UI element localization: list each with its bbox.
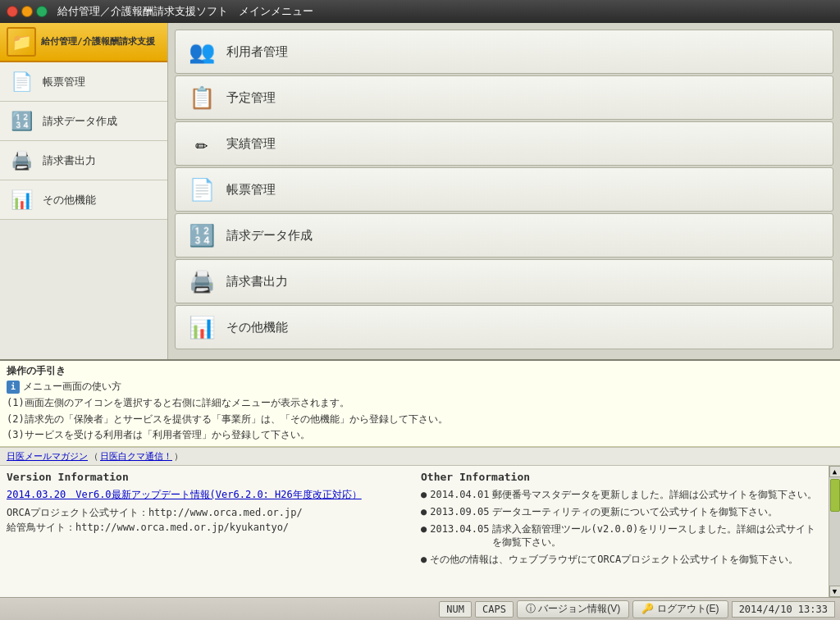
- other-info: Other Information ● 2014.04.01 郵便番号マスタデー…: [421, 471, 822, 592]
- bottom-panel: 操作の手引き i メニュー画面の使い方 (1)画面左側のアイコンを選択すると右側…: [0, 359, 840, 620]
- actual-icon: ✏️: [185, 127, 218, 160]
- status-time: 2014/4/10 13:33: [732, 601, 835, 618]
- main-content: 👥 利用者管理 📋 予定管理 ✏️ 実績管理 📄 帳票管理 🔢 請求: [168, 23, 840, 359]
- version-info: Version Information 2014.03.20 Ver6.0最新ア…: [7, 471, 408, 592]
- logout-button[interactable]: 🔑 ログアウト(E): [632, 600, 728, 618]
- scroll-down-arrow[interactable]: ▼: [829, 586, 841, 597]
- other-info-title: Other Information: [421, 471, 822, 483]
- sidebar-label-ledger: 帳票管理: [43, 75, 85, 89]
- scroll-thumb[interactable]: [830, 479, 840, 512]
- help-line-1: (1)画面左側のアイコンを選択すると右側に詳細なメニューが表示されます。: [7, 395, 833, 411]
- status-bar: NUM CAPS ⓘ バージョン情報(V) 🔑 ログアウト(E) 2014/4/…: [0, 597, 840, 620]
- sidebar: 📁 給付管理/介護報酬請求支援 📄 帳票管理 🔢 請求データ作成 🖨️ 請求書出…: [0, 23, 168, 359]
- sidebar-label-billing-data: 請求データ作成: [43, 114, 117, 129]
- sidebar-header: 📁 給付管理/介護報酬請求支援: [0, 23, 167, 62]
- sidebar-header-icon: 📁: [7, 27, 36, 57]
- billing-output-icon: 🖨️: [7, 146, 36, 176]
- version-info-title: Version Information: [7, 471, 408, 483]
- sidebar-header-text: 給付管理/介護報酬請求支援: [41, 36, 155, 48]
- news-bar: 日医メールマガジン （ 日医白クマ通信！ ）: [0, 447, 840, 466]
- num-indicator: NUM: [439, 601, 472, 618]
- help-line-2: (2)請求先の「保険者」とサービスを提供する「事業所」は、「その他機能」から登録…: [7, 412, 833, 427]
- info-icon: i: [7, 381, 20, 394]
- schedule-icon: 📋: [185, 81, 218, 114]
- user-mgmt-icon: 👥: [185, 35, 218, 68]
- sidebar-item-billing-output[interactable]: 🖨️ 請求書出力: [0, 141, 167, 180]
- version-kyukantyo-site: 給管鳥サイト：http://www.orca.med.or.jp/kyukant…: [7, 520, 408, 535]
- menu-label-actual: 実績管理: [226, 136, 276, 152]
- bullet-0: ●: [421, 488, 427, 502]
- menu-label-other: その他機能: [226, 320, 288, 335]
- close-button[interactable]: [7, 6, 18, 17]
- menu-label-billing-data: 請求データ作成: [226, 228, 313, 244]
- menu-label-schedule: 予定管理: [226, 90, 276, 106]
- maximize-button[interactable]: [36, 6, 48, 17]
- minimize-button[interactable]: [21, 6, 33, 17]
- main-other-icon: 📊: [185, 311, 218, 344]
- info-section: Version Information 2014.03.20 Ver6.0最新ア…: [0, 466, 829, 597]
- menu-item-ledger[interactable]: 📄 帳票管理: [175, 167, 833, 212]
- menu-label-ledger: 帳票管理: [226, 182, 276, 198]
- menu-item-other[interactable]: 📊 その他機能: [175, 305, 833, 349]
- menu-grid: 👥 利用者管理 📋 予定管理 ✏️ 実績管理 📄 帳票管理 🔢 請求: [168, 23, 840, 359]
- menu-item-billing-data[interactable]: 🔢 請求データ作成: [175, 213, 833, 258]
- menu-label-user-mgmt: 利用者管理: [226, 44, 288, 60]
- news-link-1[interactable]: 日医メールマガジン: [7, 450, 88, 463]
- main-billing-data-icon: 🔢: [185, 219, 218, 252]
- bullet-date-1: 2013.09.05: [430, 505, 489, 519]
- billing-data-icon: 🔢: [7, 107, 36, 136]
- other-icon: 📊: [7, 185, 36, 215]
- bullet-text-1: データユーティリティの更新について公式サイトを御覧下さい。: [492, 505, 822, 519]
- help-title: 操作の手引き: [7, 364, 833, 378]
- bullet-1: ●: [421, 505, 427, 519]
- main-ledger-icon: 📄: [185, 173, 218, 206]
- scroll-up-arrow[interactable]: ▲: [829, 466, 841, 477]
- info-scrollbar[interactable]: ▲ ▼: [829, 466, 840, 597]
- news-link-2[interactable]: 日医白クマ通信！: [100, 450, 172, 463]
- help-section: 操作の手引き i メニュー画面の使い方 (1)画面左側のアイコンを選択すると右側…: [0, 361, 840, 447]
- sidebar-item-ledger[interactable]: 📄 帳票管理: [0, 62, 167, 102]
- bullet-date-2: 2013.04.05: [430, 522, 489, 550]
- other-info-item-1: ● 2013.09.05 データユーティリティの更新について公式サイトを御覧下さ…: [421, 505, 822, 519]
- menu-item-billing-output[interactable]: 🖨️ 請求書出力: [175, 259, 833, 303]
- bullet-text-0: 郵便番号マスタデータを更新しました。詳細は公式サイトを御覧下さい。: [492, 488, 822, 502]
- bullet-text-2: 請求入金額管理ツール(v2.0.0)をリリースしました。詳細は公式サイトを御覧下…: [492, 522, 822, 550]
- help-line-3: (3)サービスを受ける利用者は「利用者管理」から登録して下さい。: [7, 427, 833, 443]
- sidebar-label-billing-output: 請求書出力: [43, 153, 96, 168]
- version-info-button[interactable]: ⓘ バージョン情報(V): [517, 600, 629, 618]
- title-bar: 給付管理／介護報酬請求支援ソフト メインメニュー: [0, 0, 840, 23]
- window-title: 給付管理／介護報酬請求支援ソフト メインメニュー: [57, 4, 313, 19]
- bullet-2: ●: [421, 522, 427, 550]
- sidebar-item-other[interactable]: 📊 その他機能: [0, 180, 167, 220]
- menu-item-schedule[interactable]: 📋 予定管理: [175, 75, 833, 120]
- other-info-item-3: ● その他の情報は、ウェブブラウザにてORCAプロジェクト公式サイトを御覧下さい…: [421, 553, 822, 567]
- version-orca-site: ORCAプロジェクト公式サイト：http://www.orca.med.or.j…: [7, 505, 408, 520]
- bullet-3: ●: [421, 553, 427, 567]
- other-info-item-0: ● 2014.04.01 郵便番号マスタデータを更新しました。詳細は公式サイトを…: [421, 488, 822, 502]
- help-subtitle: メニュー画面の使い方: [23, 380, 121, 394]
- main-billing-output-icon: 🖨️: [185, 265, 218, 298]
- sidebar-item-billing-data[interactable]: 🔢 請求データ作成: [0, 102, 167, 141]
- menu-label-billing-output: 請求書出力: [226, 274, 288, 289]
- menu-item-actual[interactable]: ✏️ 実績管理: [175, 121, 833, 166]
- version-info-link[interactable]: 2014.03.20 Ver6.0最新アップデート情報(Ver6.2.0: H2…: [7, 488, 408, 502]
- ledger-icon: 📄: [7, 67, 36, 97]
- bullet-date-0: 2014.04.01: [430, 488, 489, 502]
- other-info-item-2: ● 2013.04.05 請求入金額管理ツール(v2.0.0)をリリースしました…: [421, 522, 822, 550]
- caps-indicator: CAPS: [475, 601, 514, 618]
- window-controls: [7, 6, 48, 17]
- menu-item-user-mgmt[interactable]: 👥 利用者管理: [175, 30, 833, 74]
- bullet-text-3: その他の情報は、ウェブブラウザにてORCAプロジェクト公式サイトを御覧下さい。: [430, 553, 822, 567]
- sidebar-label-other: その他機能: [43, 193, 96, 207]
